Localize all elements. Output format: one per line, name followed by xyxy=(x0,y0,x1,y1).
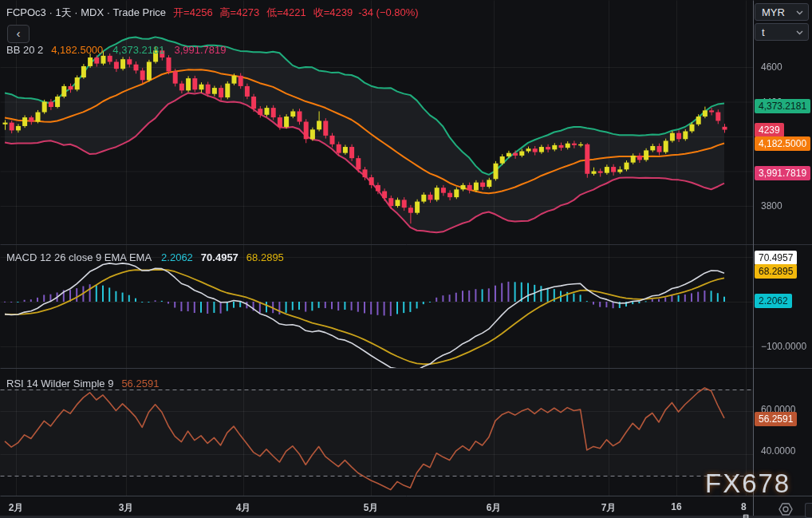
time-tick-label: 3月 xyxy=(119,501,134,515)
bollinger-lower-value: 3,991.7819 xyxy=(174,44,226,56)
axis-price-tag: 2.2062 xyxy=(755,294,792,308)
rsi-value: 56.2591 xyxy=(121,378,159,389)
axis-price-tag: 4239 xyxy=(755,123,784,137)
axis-price-tag: 4,182.5000 xyxy=(755,136,810,151)
time-tick-label: 5月 xyxy=(364,501,379,515)
bollinger-upper-value: 4,373.2181 xyxy=(112,44,164,56)
axis-price-tag: 56.2591 xyxy=(755,412,797,426)
chevron-left-icon: ‹ xyxy=(17,26,21,40)
bollinger-basis-value: 4,182.5000 xyxy=(51,44,103,56)
ohlc-low: 低=4221 xyxy=(266,6,306,18)
ohlc-open: 开=4256 xyxy=(173,6,213,18)
ohlc-close: 收=4239 xyxy=(313,6,353,18)
gear-icon xyxy=(776,501,795,517)
time-tick-label: 4月 xyxy=(236,501,251,515)
axis-price-tag: 3,991.7819 xyxy=(755,166,810,180)
macd-legend[interactable]: MACD 12 26 close 9 EMA EMA2.206270.49576… xyxy=(6,251,284,263)
unit-dropdown[interactable]: t xyxy=(755,23,809,41)
watermark: FX678 xyxy=(705,469,790,499)
axis-tick-label: 3800 xyxy=(761,200,782,212)
macd-hist-value: 2.2062 xyxy=(161,251,193,263)
axis-tick-label: 40.0000 xyxy=(761,445,795,457)
bollinger-legend-title: BB 20 2 xyxy=(6,44,43,56)
back-button[interactable]: ‹ xyxy=(7,25,30,43)
rsi-legend-title: RSI 14 Wilder Simple 9 xyxy=(6,378,113,389)
time-tick-label: 7月 xyxy=(601,501,617,515)
axis-price-tag: 70.4957 xyxy=(755,251,797,265)
macd-line-value: 70.4957 xyxy=(201,251,238,263)
settings-button[interactable] xyxy=(776,501,797,517)
rsi-legend[interactable]: RSI 14 Wilder Simple 956.2591 xyxy=(6,378,159,389)
axis-price-tag: 68.2895 xyxy=(755,264,797,279)
collapsed-panel-button[interactable] xyxy=(805,503,812,518)
unit-dropdown-value: t xyxy=(762,26,765,38)
currency-dropdown[interactable]: MYR xyxy=(755,3,809,21)
symbol-title[interactable]: FCPOc3 · 1天 · MDX · Trade Price xyxy=(6,6,166,18)
time-tick-label: 8月 xyxy=(741,501,751,518)
macd-legend-title: MACD 12 26 close 9 EMA EMA xyxy=(6,251,152,263)
change-value: -34 (−0.80%) xyxy=(358,6,419,18)
chart-window: FCPOc3 · 1天 · MDX · Trade Price开=4256高=4… xyxy=(0,0,812,518)
time-tick-label: 16 xyxy=(671,501,681,512)
axis-tick-label: −100.0000 xyxy=(761,341,806,352)
currency-dropdown-value: MYR xyxy=(762,6,785,18)
axis-price-tag: 4,373.2181 xyxy=(755,99,810,113)
time-tick-label: 2月 xyxy=(9,501,24,515)
chevron-down-icon xyxy=(796,30,803,35)
ohlc-high: 高=4273 xyxy=(220,6,260,18)
time-axis[interactable]: 2月3月4月5月6月7月168月 xyxy=(0,496,753,518)
chevron-down-icon xyxy=(796,10,803,15)
axis-tick-label: 4600 xyxy=(761,61,782,73)
time-tick-label: 6月 xyxy=(487,501,502,515)
macd-signal-value: 68.2895 xyxy=(246,251,284,263)
bollinger-legend[interactable]: BB 20 24,182.50004,373.21813,991.7819 xyxy=(6,44,227,56)
chart-header: FCPOc3 · 1天 · MDX · Trade Price开=4256高=4… xyxy=(6,6,419,20)
